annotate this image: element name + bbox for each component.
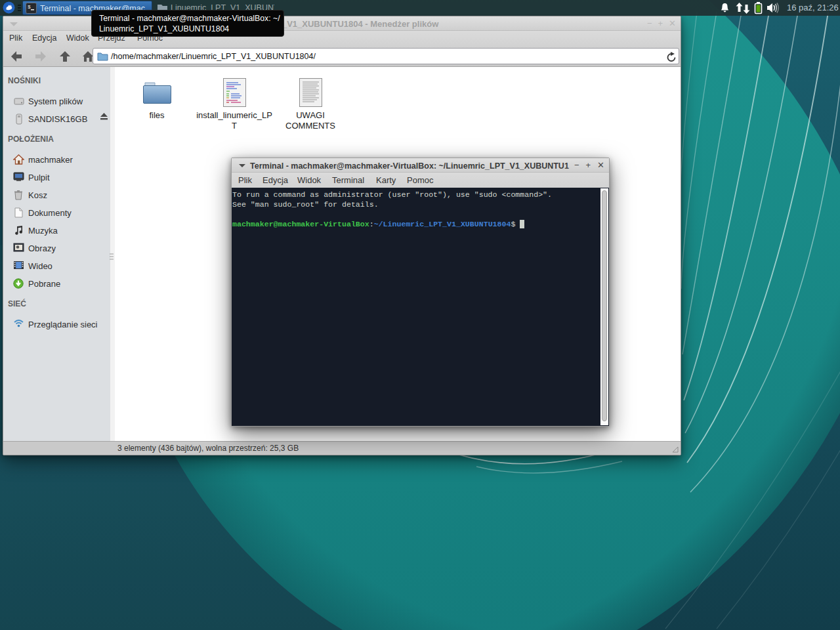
- svg-text:$: $: [28, 4, 31, 10]
